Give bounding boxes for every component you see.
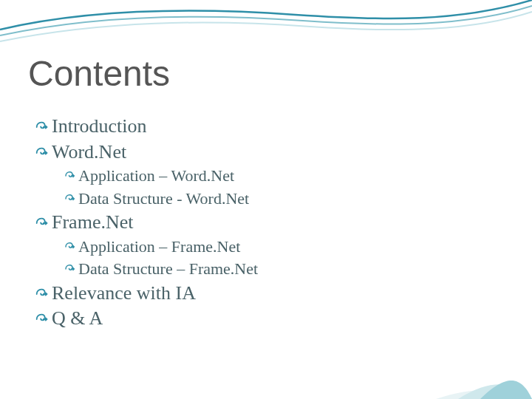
swirl-bullet-icon [34,115,52,135]
list-item: Q & A [28,307,504,331]
list-item-label: Frame.Net [52,211,133,235]
swirl-bullet-icon [64,236,78,253]
slide-title: Contents [28,53,504,94]
list-item: Data Structure – Frame.Net [28,259,504,280]
list-item: Introduction [28,115,504,139]
swirl-bullet-icon [34,282,52,302]
list-item: Application – Word.Net [28,166,504,187]
list-item: Application – Frame.Net [28,236,504,258]
list-item: Frame.Net [28,211,504,235]
swirl-bullet-icon [64,188,78,205]
list-item-label: Q & A [52,307,103,331]
list-item-label: Introduction [52,115,147,139]
swirl-bullet-icon [64,166,78,183]
list-item: Data Structure - Word.Net [28,188,504,210]
list-item-label: Application – Frame.Net [78,236,240,258]
contents-list: Introduction Word.Net Application – Word… [28,115,504,331]
list-item: Relevance with IA [28,282,504,306]
swirl-bullet-icon [34,211,52,231]
list-item-label: Data Structure - Word.Net [78,188,249,210]
list-item-label: Word.Net [52,140,126,165]
list-item-label: Application – Word.Net [78,166,234,187]
swirl-bullet-icon [34,307,52,327]
list-item: Word.Net [28,140,504,165]
swirl-bullet-icon [34,140,52,161]
swirl-bullet-icon [64,259,78,276]
slide-content: Contents Introduction Word.Net Applicati… [0,0,532,399]
list-item-label: Relevance with IA [52,282,196,306]
list-item-label: Data Structure – Frame.Net [78,259,258,280]
